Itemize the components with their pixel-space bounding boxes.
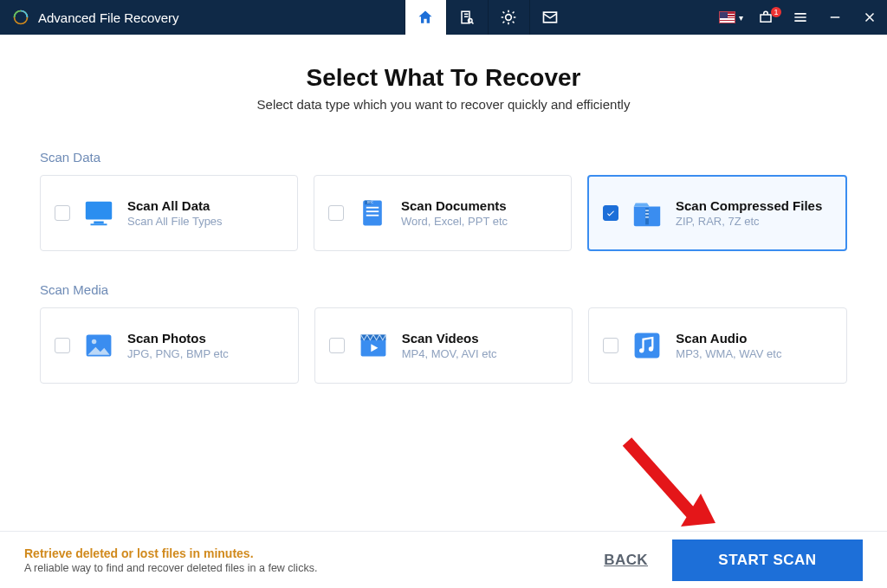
card-desc: MP3, WMA, WAV etc: [676, 347, 781, 360]
svg-rect-16: [645, 216, 649, 218]
checkbox-scan-photos[interactable]: [55, 338, 70, 353]
back-button[interactable]: BACK: [604, 552, 648, 569]
tab-feedback[interactable]: [529, 0, 571, 35]
music-icon: [631, 329, 664, 362]
top-tabs: [405, 0, 571, 35]
hamburger-icon: [792, 9, 809, 26]
start-scan-button[interactable]: START SCAN: [672, 540, 863, 581]
annotation-arrow-icon: [618, 433, 722, 537]
page-title: Select What To Recover: [40, 64, 847, 92]
tab-home[interactable]: [405, 0, 446, 35]
svg-rect-3: [761, 15, 771, 22]
svg-rect-6: [91, 223, 107, 225]
svg-text:DOC: DOC: [367, 201, 374, 204]
image-icon: [82, 329, 115, 362]
close-icon: [862, 10, 877, 25]
card-scan-audio[interactable]: Scan Audio MP3, WMA, WAV etc: [588, 307, 847, 384]
card-desc: JPG, PNG, BMP etc: [127, 347, 229, 360]
minimize-button[interactable]: [818, 0, 852, 35]
card-title: Scan Videos: [402, 331, 497, 346]
svg-rect-15: [645, 213, 649, 215]
page-subtitle: Select data type which you want to recov…: [40, 97, 847, 112]
card-title: Scan All Data: [127, 198, 223, 213]
card-desc: ZIP, RAR, 7Z etc: [676, 215, 822, 228]
card-desc: Scan All File Types: [127, 215, 223, 228]
menu-button[interactable]: [783, 0, 818, 35]
card-desc: MP4, MOV, AVI etc: [402, 347, 497, 360]
card-title: Scan Photos: [127, 331, 229, 346]
svg-rect-9: [366, 210, 379, 212]
promo-desc: A reliable way to find and recover delet…: [24, 562, 317, 574]
document-icon: DOC: [356, 197, 389, 229]
svg-rect-8: [366, 207, 379, 209]
card-title: Scan Compressed Files: [676, 198, 822, 213]
footer-bar: Retrieve deleted or lost files in minute…: [0, 531, 887, 588]
svg-rect-14: [645, 210, 649, 211]
us-flag-icon: [719, 11, 735, 23]
section-label-scan-data: Scan Data: [40, 150, 847, 165]
card-scan-compressed[interactable]: Scan Compressed Files ZIP, RAR, 7Z etc: [587, 175, 847, 251]
tab-preview[interactable]: [446, 0, 488, 35]
card-desc: Word, Excel, PPT etc: [401, 215, 508, 228]
title-bar: Advanced File Recovery ▾ 1: [0, 0, 887, 35]
card-scan-videos[interactable]: Scan Videos MP4, MOV, AVI etc: [314, 307, 573, 384]
svg-rect-4: [86, 202, 112, 220]
card-scan-photos[interactable]: Scan Photos JPG, PNG, BMP etc: [40, 307, 299, 384]
account-button[interactable]: 1: [748, 0, 783, 35]
svg-point-23: [649, 346, 653, 351]
video-icon: [357, 329, 390, 362]
app-title: Advanced File Recovery: [38, 10, 179, 25]
checkbox-scan-videos[interactable]: [329, 338, 345, 353]
svg-rect-5: [94, 222, 103, 224]
svg-rect-10: [366, 215, 379, 216]
promo-title: Retrieve deleted or lost files in minute…: [24, 546, 317, 560]
close-button[interactable]: [852, 0, 887, 35]
tab-settings[interactable]: [488, 0, 529, 35]
language-selector[interactable]: ▾: [714, 0, 748, 35]
card-title: Scan Documents: [401, 198, 508, 213]
minimize-icon: [827, 10, 843, 25]
svg-point-22: [639, 348, 644, 352]
section-label-scan-media: Scan Media: [40, 282, 847, 297]
monitor-icon: [82, 197, 115, 229]
checkbox-scan-compressed[interactable]: [603, 205, 618, 221]
svg-line-24: [627, 442, 693, 515]
chevron-down-icon: ▾: [739, 13, 743, 23]
card-scan-documents[interactable]: DOC Scan Documents Word, Excel, PPT etc: [314, 175, 572, 251]
svg-point-18: [92, 339, 96, 344]
svg-rect-21: [635, 333, 660, 359]
card-title: Scan Audio: [676, 331, 781, 346]
notification-badge: 1: [771, 7, 781, 17]
app-logo-icon: [12, 9, 29, 26]
svg-marker-25: [681, 494, 715, 527]
card-scan-all-data[interactable]: Scan All Data Scan All File Types: [40, 175, 298, 251]
checkbox-scan-all-data[interactable]: [55, 205, 70, 221]
checkbox-scan-documents[interactable]: [328, 205, 344, 221]
checkbox-scan-audio[interactable]: [603, 338, 618, 353]
archive-icon: [631, 197, 664, 229]
